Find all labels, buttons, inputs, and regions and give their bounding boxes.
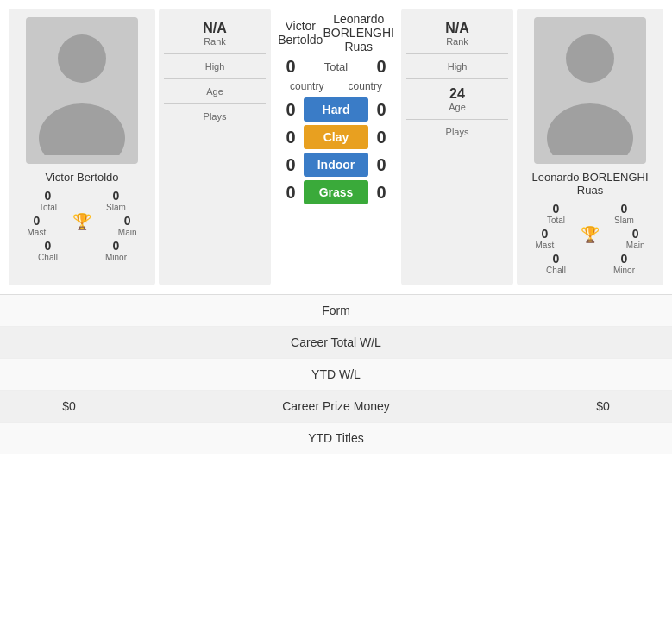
left-chall-label: Chall — [38, 253, 58, 262]
right-total-label: Total — [547, 216, 565, 225]
left-minor-value: 0 — [113, 239, 120, 253]
right-divider-2 — [406, 78, 508, 79]
right-player-name: Leonardo BORLENGHI Ruas — [522, 171, 658, 197]
left-rank-value: N/A — [164, 21, 266, 36]
country-row: country country — [278, 80, 394, 92]
clay-label: Clay — [304, 125, 368, 149]
main-container: Victor Bertoldo 0 Total 0 Slam 0 Mast — [0, 0, 672, 454]
right-player-card: Leonardo BORLENGHI Ruas 0 Total 0 Slam 0 — [517, 9, 663, 285]
right-total-cell: 0 Total — [522, 202, 590, 225]
left-total-slam-row: 0 Total 0 Slam — [14, 189, 150, 212]
right-slam-cell: 0 Slam — [590, 202, 658, 225]
left-plays-box: Plays — [164, 106, 266, 127]
left-slam-label: Slam — [106, 203, 126, 212]
right-country: country — [336, 80, 395, 92]
form-label: Form — [17, 304, 655, 317]
left-high-label: High — [164, 61, 266, 72]
career-prize-row: $0 Career Prize Money $0 — [0, 391, 672, 423]
left-high-box: High — [164, 56, 266, 77]
ytd-wl-label: YTD W/L — [17, 367, 655, 381]
left-slam-cell: 0 Slam — [82, 189, 150, 212]
clay-left-score: 0 — [278, 128, 304, 147]
total-row: 0 Total 0 — [278, 57, 394, 77]
right-main-label: Main — [626, 241, 645, 250]
left-stats-panel: N/A Rank High Age Plays — [159, 9, 271, 285]
right-minor-value: 0 — [621, 252, 628, 266]
clay-row: 0 Clay 0 — [278, 125, 394, 149]
left-age-label: Age — [164, 86, 266, 97]
left-main-label: Main — [118, 228, 137, 237]
left-divider-3 — [164, 103, 266, 104]
svg-point-2 — [566, 34, 614, 83]
center-names-row: Victor Bertoldo Leonardo BORLENGHI Ruas — [278, 9, 394, 55]
right-chall-minor-row: 0 Chall 0 Minor — [522, 252, 658, 275]
left-main-cell: 0 Main — [104, 214, 150, 237]
right-mast-cell: 0 Mast — [522, 227, 568, 250]
right-slam-value: 0 — [621, 202, 628, 216]
left-chall-minor-row: 0 Chall 0 Minor — [14, 239, 150, 262]
right-total-value: 0 — [553, 202, 560, 216]
right-rank-value: N/A — [406, 21, 508, 36]
right-mast-label: Mast — [536, 241, 555, 250]
left-player-name: Victor Bertoldo — [45, 171, 118, 184]
clay-right-score: 0 — [368, 128, 394, 147]
right-minor-label: Minor — [613, 266, 635, 275]
indoor-label: Indoor — [304, 153, 368, 177]
left-minor-label: Minor — [105, 253, 127, 262]
right-total-slam-row: 0 Total 0 Slam — [522, 202, 658, 225]
right-trophy-icon-cell: 🏆 — [568, 227, 613, 250]
left-trophy-icon-cell: 🏆 — [60, 214, 105, 237]
right-player-avatar — [534, 17, 646, 164]
left-player-avatar — [26, 17, 138, 164]
left-trophy-icon: 🏆 — [72, 214, 91, 229]
grass-right-score: 0 — [368, 183, 394, 203]
right-mast-main-row: 0 Mast 🏆 0 Main — [522, 227, 658, 250]
right-rank-label: Rank — [406, 36, 508, 47]
right-age-value: 24 — [406, 86, 508, 102]
left-total-label: Total — [39, 203, 57, 212]
left-slam-value: 0 — [113, 189, 120, 203]
right-age-box: 24 Age — [406, 81, 508, 117]
left-rank-box: N/A Rank — [164, 16, 266, 52]
hard-left-score: 0 — [278, 100, 304, 120]
career-total-row: Career Total W/L — [0, 327, 672, 359]
right-main-cell: 0 Main — [612, 227, 658, 250]
svg-point-0 — [58, 34, 106, 83]
bottom-section: Form Career Total W/L YTD W/L $0 Career … — [0, 294, 672, 454]
svg-point-1 — [39, 103, 125, 155]
left-player-card: Victor Bertoldo 0 Total 0 Slam 0 Mast — [9, 9, 155, 285]
left-divider-2 — [164, 78, 266, 79]
center-left-name: Victor Bertoldo — [278, 19, 323, 47]
right-minor-cell: 0 Minor — [590, 252, 658, 275]
right-chall-label: Chall — [546, 266, 566, 275]
left-plays-label: Plays — [164, 111, 266, 122]
right-slam-label: Slam — [614, 216, 634, 225]
center-right-name: Leonardo BORLENGHI Ruas — [323, 12, 394, 53]
career-prize-right: $0 — [551, 399, 655, 413]
grass-label: Grass — [304, 180, 368, 204]
left-chall-cell: 0 Chall — [14, 239, 82, 262]
left-age-box: Age — [164, 81, 266, 102]
ytd-titles-row: YTD Titles — [0, 423, 672, 454]
indoor-left-score: 0 — [278, 155, 304, 175]
hard-label: Hard — [304, 97, 368, 122]
left-rank-label: Rank — [164, 36, 266, 47]
left-main-value: 0 — [124, 214, 131, 228]
right-player-stats: 0 Total 0 Slam 0 Mast 🏆 — [522, 202, 658, 277]
left-mast-cell: 0 Mast — [14, 214, 60, 237]
left-player-stats: 0 Total 0 Slam 0 Mast 🏆 — [14, 189, 150, 264]
right-chall-cell: 0 Chall — [522, 252, 590, 275]
left-minor-cell: 0 Minor — [82, 239, 150, 262]
left-total-value: 0 — [45, 189, 52, 203]
total-center-label: Total — [304, 60, 368, 73]
right-divider-3 — [406, 119, 508, 120]
right-age-label: Age — [406, 102, 508, 112]
left-divider-1 — [164, 53, 266, 54]
right-high-label: High — [406, 61, 508, 72]
right-divider-1 — [406, 53, 508, 54]
left-mast-label: Mast — [28, 228, 47, 237]
career-prize-left: $0 — [17, 399, 121, 413]
left-chall-value: 0 — [45, 239, 52, 253]
left-mast-main-row: 0 Mast 🏆 0 Main — [14, 214, 150, 237]
indoor-row: 0 Indoor 0 — [278, 153, 394, 177]
